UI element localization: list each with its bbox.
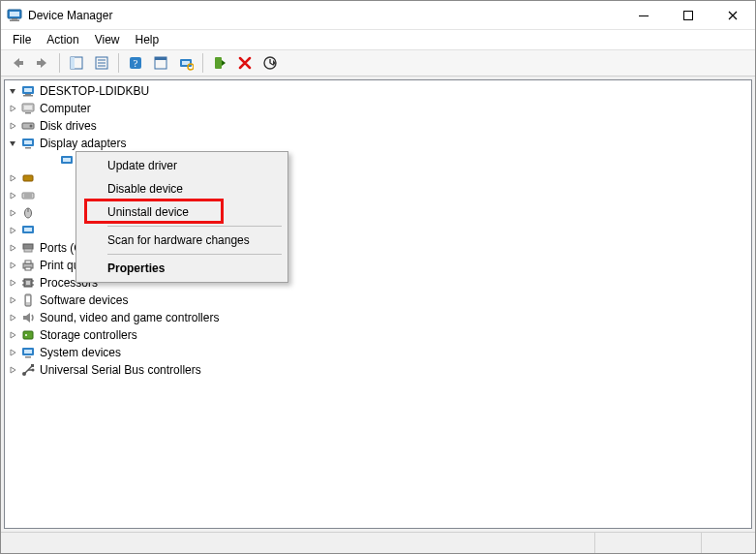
title-bar: Device Manager bbox=[1, 1, 755, 30]
context-menu-scan-hardware[interactable]: Scan for hardware changes bbox=[78, 229, 286, 252]
expand-icon[interactable] bbox=[5, 327, 20, 343]
menu-item-label: Scan for hardware changes bbox=[107, 233, 250, 247]
svg-rect-62 bbox=[31, 364, 34, 367]
storage-icon bbox=[20, 327, 36, 343]
expand-icon[interactable] bbox=[5, 223, 20, 238]
tree-category-computer[interactable]: Computer bbox=[5, 100, 751, 117]
action-button[interactable] bbox=[149, 51, 172, 75]
svg-rect-42 bbox=[24, 228, 32, 231]
tree-category-sound[interactable]: Sound, video and game controllers bbox=[5, 309, 751, 326]
expand-icon[interactable] bbox=[5, 258, 20, 273]
display-adapter-icon bbox=[20, 136, 36, 151]
menu-action[interactable]: Action bbox=[40, 31, 85, 48]
toolbar-separator bbox=[202, 53, 203, 73]
tree-root[interactable]: DESKTOP-LDIDKBU bbox=[5, 82, 751, 100]
menu-item-label: Properties bbox=[107, 262, 165, 275]
expand-icon[interactable] bbox=[5, 362, 20, 378]
svg-rect-55 bbox=[26, 296, 30, 302]
category-label bbox=[38, 177, 42, 179]
context-menu-update-driver[interactable]: Update driver bbox=[78, 154, 286, 177]
menu-help[interactable]: Help bbox=[129, 31, 166, 48]
context-menu-properties[interactable]: Properties bbox=[78, 257, 286, 280]
svg-rect-22 bbox=[24, 88, 32, 92]
tree-category-display-adapters[interactable]: Display adapters bbox=[5, 135, 751, 152]
printer-icon bbox=[20, 258, 36, 273]
category-label: Disk drives bbox=[38, 118, 99, 134]
menu-item-label: Disable device bbox=[107, 182, 183, 196]
software-icon bbox=[20, 292, 36, 308]
svg-rect-44 bbox=[24, 249, 32, 252]
menu-file[interactable]: File bbox=[6, 31, 38, 48]
menu-view[interactable]: View bbox=[88, 31, 127, 48]
minimize-button[interactable] bbox=[621, 1, 666, 30]
expand-icon[interactable] bbox=[5, 170, 20, 186]
properties-button[interactable] bbox=[90, 51, 113, 75]
tree-category-disk-drives[interactable]: Disk drives bbox=[5, 117, 751, 135]
svg-rect-5 bbox=[684, 11, 693, 19]
menu-item-label: Update driver bbox=[107, 159, 177, 172]
svg-point-29 bbox=[30, 125, 33, 128]
svg-rect-47 bbox=[25, 267, 31, 270]
processor-icon bbox=[20, 275, 36, 291]
tree-category-software-devices[interactable]: Software devices bbox=[5, 292, 751, 309]
tree-root-label: DESKTOP-LDIDKBU bbox=[38, 83, 151, 99]
svg-rect-59 bbox=[24, 350, 32, 354]
maximize-button[interactable] bbox=[666, 1, 711, 30]
collapse-icon[interactable] bbox=[5, 136, 20, 151]
svg-rect-1 bbox=[10, 12, 19, 16]
context-menu-disable-device[interactable]: Disable device bbox=[78, 177, 286, 200]
expand-icon[interactable] bbox=[5, 205, 20, 221]
svg-rect-43 bbox=[23, 244, 33, 249]
svg-rect-26 bbox=[24, 106, 32, 109]
update-driver-button[interactable] bbox=[258, 51, 282, 75]
collapse-icon[interactable] bbox=[5, 83, 20, 99]
enable-device-button[interactable] bbox=[208, 51, 231, 75]
svg-rect-32 bbox=[25, 147, 31, 149]
back-button[interactable] bbox=[6, 51, 29, 75]
app-icon bbox=[7, 8, 22, 23]
close-button[interactable] bbox=[711, 1, 755, 30]
category-label: Universal Serial Bus controllers bbox=[38, 362, 203, 378]
svg-rect-56 bbox=[23, 331, 33, 339]
tree-category-storage[interactable]: Storage controllers bbox=[5, 326, 751, 344]
svg-rect-15 bbox=[155, 57, 166, 60]
status-bar bbox=[1, 532, 755, 553]
expand-icon[interactable] bbox=[5, 101, 20, 116]
context-menu-uninstall-device[interactable]: Uninstall device bbox=[78, 200, 286, 224]
menu-item-label: Uninstall device bbox=[107, 205, 189, 219]
category-label bbox=[38, 212, 42, 214]
device-tree[interactable]: DESKTOP-LDIDKBU Computer Disk drives Dis… bbox=[4, 79, 752, 529]
expand-icon[interactable] bbox=[5, 292, 20, 308]
display-adapter-icon bbox=[59, 153, 75, 169]
monitor-icon bbox=[20, 223, 36, 238]
tree-category-usb[interactable]: Universal Serial Bus controllers bbox=[5, 361, 751, 379]
context-menu: Update driver Disable device Uninstall d… bbox=[76, 151, 288, 283]
expand-icon[interactable] bbox=[5, 310, 20, 325]
help-button[interactable]: ? bbox=[124, 51, 147, 75]
scan-hardware-button[interactable] bbox=[174, 51, 197, 75]
disk-icon bbox=[20, 118, 36, 134]
expand-icon[interactable] bbox=[5, 240, 20, 256]
computer-icon bbox=[20, 83, 36, 99]
category-label: Computer bbox=[38, 101, 93, 116]
mouse-icon bbox=[20, 205, 36, 221]
category-label bbox=[38, 195, 42, 197]
expand-icon[interactable] bbox=[5, 188, 20, 203]
expand-icon[interactable] bbox=[5, 275, 20, 291]
svg-rect-31 bbox=[24, 140, 32, 144]
expand-icon[interactable] bbox=[5, 118, 20, 134]
expand-icon[interactable] bbox=[5, 345, 20, 360]
svg-rect-24 bbox=[23, 95, 33, 97]
category-label: Display adapters bbox=[38, 136, 128, 151]
toolbar-separator bbox=[118, 53, 119, 73]
svg-rect-7 bbox=[71, 57, 75, 69]
tree-category-system-devices[interactable]: System devices bbox=[5, 344, 751, 361]
device-icon bbox=[20, 170, 36, 186]
show-hide-tree-button[interactable] bbox=[65, 51, 88, 75]
svg-rect-46 bbox=[25, 261, 31, 263]
desktop-icon bbox=[20, 101, 36, 116]
forward-button[interactable] bbox=[31, 51, 54, 75]
svg-text:?: ? bbox=[134, 57, 138, 69]
usb-icon bbox=[20, 362, 36, 378]
uninstall-device-button[interactable] bbox=[233, 51, 257, 75]
